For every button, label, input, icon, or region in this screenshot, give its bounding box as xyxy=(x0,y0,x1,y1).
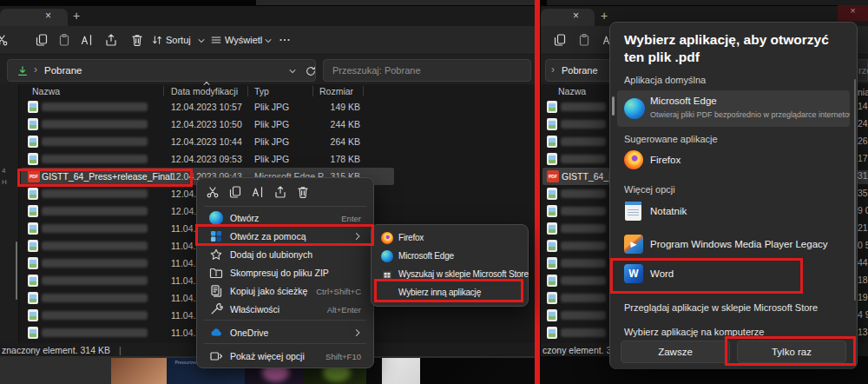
screenshot-root: × + Sortuj Wyświetl › Pobrane Przeszukaj… xyxy=(0,0,868,384)
clipped-file-size: 31 xyxy=(858,170,868,184)
zip-icon xyxy=(209,266,223,280)
clipped-file-size: 14 xyxy=(858,101,868,115)
menu-shortcut: Enter xyxy=(341,214,361,223)
annotation-box-only-once xyxy=(725,336,856,366)
app-row-notepad[interactable]: Notatnik xyxy=(617,199,850,225)
store-link[interactable]: Przeglądaj aplikacje w sklepie Microsoft… xyxy=(624,302,818,313)
cloud-icon xyxy=(209,326,223,340)
firefox-icon xyxy=(381,232,393,244)
clipped-file-size: 17 xyxy=(858,153,868,167)
annotation-box-choose-other-app xyxy=(374,279,523,302)
notepad-icon xyxy=(625,202,641,221)
moreopts-icon xyxy=(209,349,223,363)
menu-item-label: OneDrive xyxy=(230,328,268,338)
clipped-file-size: 9 07 xyxy=(858,205,868,219)
menu-shortcut: Ctrl+Shift+C xyxy=(316,287,361,296)
menu-separator xyxy=(204,320,366,321)
submenu-item[interactable]: Firefox xyxy=(376,229,525,247)
menu-item-label: Właściwości xyxy=(230,304,279,314)
share-icon[interactable] xyxy=(273,185,287,199)
menu-item[interactable]: Pokaż więcej opcjiShift+F10 xyxy=(202,348,370,365)
clipped-file-size: 19 xyxy=(858,292,868,306)
suggested-section-label: Sugerowane aplikacje xyxy=(624,134,718,144)
clipped-file-size: 21 xyxy=(858,222,868,236)
edge-icon xyxy=(624,98,645,119)
copy-icon[interactable] xyxy=(228,185,242,199)
clipped-file-size: 26 xyxy=(858,136,868,149)
clipped-file-size: 44 xyxy=(858,257,868,271)
cut-icon[interactable] xyxy=(206,185,220,199)
wrench-icon xyxy=(209,302,223,316)
menu-item-label: Otwórz xyxy=(230,213,259,223)
menu-shortcut: Alt+Enter xyxy=(327,305,361,314)
firefox-icon xyxy=(624,150,643,169)
menu-item-label: Pokaż więcej opcji xyxy=(230,351,305,361)
open-with-dialog: Wybierz aplikację, aby otworzyć ten plik… xyxy=(609,22,858,369)
path-icon xyxy=(209,284,223,298)
menu-item[interactable]: Kopiuj jako ścieżkęCtrl+Shift+C xyxy=(202,282,370,300)
app-description: Otwieraj pliki PDF bezpośrednio w przegl… xyxy=(650,110,850,119)
menu-item-label: Kopiuj jako ścieżkę xyxy=(230,286,307,296)
clipped-file-size: 4 95 xyxy=(858,309,868,323)
clipped-file-size: 18 xyxy=(858,275,868,288)
app-row-wmp[interactable]: Program Windows Media Player Legacy xyxy=(617,232,850,258)
menu-separator xyxy=(204,206,366,207)
app-name: Program Windows Media Player Legacy xyxy=(650,239,828,249)
clipped-file-size: 13 xyxy=(858,327,868,341)
clipped-file-size: 35 xyxy=(858,188,868,202)
menu-separator xyxy=(204,343,366,344)
app-row-firefox[interactable]: Firefox xyxy=(617,148,850,174)
submenu-item-label: Firefox xyxy=(398,233,424,242)
submenu-item[interactable]: Microsoft Edge xyxy=(376,248,525,265)
menu-shortcut: Shift+F10 xyxy=(326,352,361,361)
default-section-label: Aplikacja domyślna xyxy=(624,75,706,85)
annotation-divider-line xyxy=(535,0,540,384)
edge-icon xyxy=(381,250,393,262)
dialog-title: Wybierz aplikację, aby otworzyć ten plik… xyxy=(624,31,843,66)
menu-item[interactable]: OneDrive xyxy=(202,324,370,341)
menu-item-label: Dodaj do ulubionych xyxy=(230,249,312,260)
always-button[interactable]: Zawsze xyxy=(621,341,730,363)
rename-icon[interactable] xyxy=(251,185,265,199)
edge-icon xyxy=(209,211,223,225)
menu-item[interactable]: Skompresuj do pliku ZIP xyxy=(202,264,370,281)
app-row-edge[interactable]: Microsoft Edge Otwieraj pliki PDF bezpoś… xyxy=(617,90,850,127)
submenu-item-label: Microsoft Edge xyxy=(398,251,454,261)
annotation-box-open-with xyxy=(195,224,374,246)
clipped-file-size: 24 xyxy=(858,118,868,132)
menu-item[interactable]: WłaściwościAlt+Enter xyxy=(202,301,370,318)
menu-item[interactable]: Dodaj do ulubionych xyxy=(202,246,370,263)
media-player-icon xyxy=(624,235,643,254)
dialog-scrollbar[interactable] xyxy=(854,79,856,301)
app-name: Firefox xyxy=(650,155,681,165)
clipped-file-size: 0 52 xyxy=(858,240,868,254)
app-name: Microsoft Edge xyxy=(650,96,717,106)
delete-icon[interactable] xyxy=(296,185,310,199)
chevron-right-icon xyxy=(352,328,363,338)
more-section-label: Więcej opcji xyxy=(624,184,675,195)
dialog-scroll-pill[interactable] xyxy=(612,96,615,116)
submenu-item-label: Wyszukaj w sklepie Microsoft Store xyxy=(398,269,529,279)
menu-item-label: Skompresuj do pliku ZIP xyxy=(230,268,329,278)
annotation-box-selected-file xyxy=(17,169,193,187)
annotation-box-word xyxy=(610,258,803,294)
context-menu: OtwórzEnterOtwórz za pomocąDodaj do ulub… xyxy=(196,177,374,368)
star-icon xyxy=(209,248,223,262)
app-name: Notatnik xyxy=(650,206,687,216)
